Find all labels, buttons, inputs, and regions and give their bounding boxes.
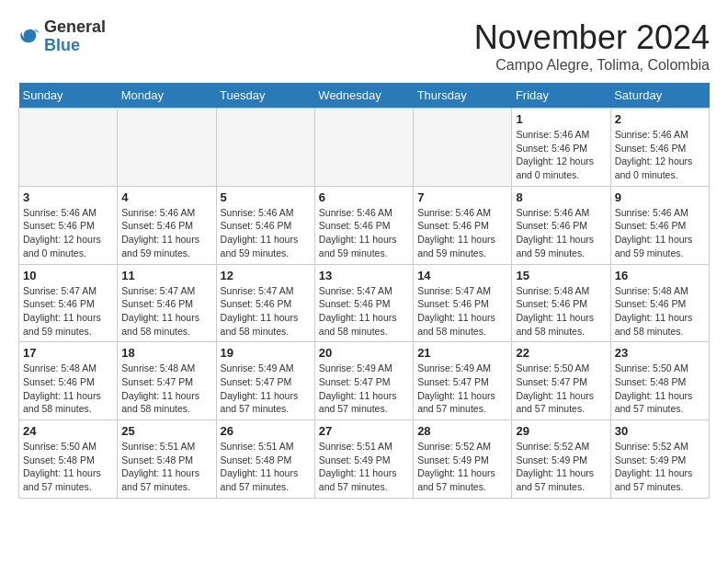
day-number: 14 xyxy=(417,269,507,282)
day-number: 13 xyxy=(319,269,409,282)
weekday-header-friday: Friday xyxy=(512,83,610,109)
day-number: 1 xyxy=(516,112,606,126)
day-info: Sunrise: 5:48 AM Sunset: 5:46 PM Dayligh… xyxy=(615,284,705,339)
day-info: Sunrise: 5:47 AM Sunset: 5:46 PM Dayligh… xyxy=(319,284,409,339)
logo: General Blue xyxy=(18,18,106,55)
day-info: Sunrise: 5:46 AM Sunset: 5:46 PM Dayligh… xyxy=(23,206,113,260)
day-info: Sunrise: 5:52 AM Sunset: 5:49 PM Dayligh… xyxy=(516,440,606,494)
day-number: 27 xyxy=(319,424,409,438)
day-info: Sunrise: 5:52 AM Sunset: 5:49 PM Dayligh… xyxy=(615,440,705,494)
day-number: 24 xyxy=(23,424,113,438)
weekday-header-row: SundayMondayTuesdayWednesdayThursdayFrid… xyxy=(19,83,710,109)
calendar-cell xyxy=(19,109,118,187)
logo-icon xyxy=(18,26,40,48)
day-info: Sunrise: 5:48 AM Sunset: 5:46 PM Dayligh… xyxy=(23,362,113,416)
header: General Blue November 2024 Campo Alegre,… xyxy=(18,18,710,74)
week-row-5: 24Sunrise: 5:50 AM Sunset: 5:48 PM Dayli… xyxy=(19,420,710,499)
day-info: Sunrise: 5:46 AM Sunset: 5:46 PM Dayligh… xyxy=(516,128,606,182)
day-number: 7 xyxy=(417,190,507,204)
day-number: 3 xyxy=(23,190,113,204)
calendar-cell xyxy=(216,109,314,187)
calendar-cell: 2Sunrise: 5:46 AM Sunset: 5:46 PM Daylig… xyxy=(610,109,709,187)
weekday-header-sunday: Sunday xyxy=(19,83,118,109)
calendar-cell xyxy=(314,109,413,187)
calendar-cell: 27Sunrise: 5:51 AM Sunset: 5:49 PM Dayli… xyxy=(314,420,413,499)
calendar-cell: 19Sunrise: 5:49 AM Sunset: 5:47 PM Dayli… xyxy=(216,342,314,420)
week-row-3: 10Sunrise: 5:47 AM Sunset: 5:46 PM Dayli… xyxy=(19,264,710,342)
calendar-cell: 29Sunrise: 5:52 AM Sunset: 5:49 PM Dayli… xyxy=(512,420,610,499)
day-info: Sunrise: 5:46 AM Sunset: 5:46 PM Dayligh… xyxy=(516,206,606,260)
calendar-cell: 11Sunrise: 5:47 AM Sunset: 5:46 PM Dayli… xyxy=(118,264,216,342)
day-info: Sunrise: 5:46 AM Sunset: 5:46 PM Dayligh… xyxy=(417,206,507,260)
calendar-table: SundayMondayTuesdayWednesdayThursdayFrid… xyxy=(18,83,710,499)
day-info: Sunrise: 5:46 AM Sunset: 5:46 PM Dayligh… xyxy=(615,206,705,260)
calendar-cell: 14Sunrise: 5:47 AM Sunset: 5:46 PM Dayli… xyxy=(414,264,512,342)
calendar-cell: 6Sunrise: 5:46 AM Sunset: 5:46 PM Daylig… xyxy=(314,186,413,264)
weekday-header-tuesday: Tuesday xyxy=(216,83,314,109)
week-row-2: 3Sunrise: 5:46 AM Sunset: 5:46 PM Daylig… xyxy=(19,186,710,264)
day-info: Sunrise: 5:48 AM Sunset: 5:46 PM Dayligh… xyxy=(516,284,606,339)
day-number: 6 xyxy=(319,190,409,204)
calendar-cell: 10Sunrise: 5:47 AM Sunset: 5:46 PM Dayli… xyxy=(19,264,118,342)
day-info: Sunrise: 5:46 AM Sunset: 5:46 PM Dayligh… xyxy=(221,206,311,260)
day-number: 15 xyxy=(516,269,606,282)
calendar-cell: 30Sunrise: 5:52 AM Sunset: 5:49 PM Dayli… xyxy=(610,420,709,499)
day-info: Sunrise: 5:51 AM Sunset: 5:48 PM Dayligh… xyxy=(221,440,311,494)
day-number: 8 xyxy=(516,190,606,204)
title-section: November 2024 Campo Alegre, Tolima, Colo… xyxy=(474,18,710,74)
weekday-header-saturday: Saturday xyxy=(610,83,709,109)
day-number: 11 xyxy=(121,269,211,282)
weekday-header-monday: Monday xyxy=(118,83,216,109)
calendar-cell: 28Sunrise: 5:52 AM Sunset: 5:49 PM Dayli… xyxy=(414,420,512,499)
calendar-cell: 24Sunrise: 5:50 AM Sunset: 5:48 PM Dayli… xyxy=(19,420,118,499)
logo-blue: Blue xyxy=(44,37,106,55)
day-number: 22 xyxy=(516,346,606,360)
calendar-cell: 5Sunrise: 5:46 AM Sunset: 5:46 PM Daylig… xyxy=(216,186,314,264)
calendar-cell: 21Sunrise: 5:49 AM Sunset: 5:47 PM Dayli… xyxy=(414,342,512,420)
day-number: 23 xyxy=(615,346,705,360)
day-number: 26 xyxy=(221,424,311,438)
calendar-cell: 8Sunrise: 5:46 AM Sunset: 5:46 PM Daylig… xyxy=(512,186,610,264)
calendar-cell: 25Sunrise: 5:51 AM Sunset: 5:48 PM Dayli… xyxy=(118,420,216,499)
calendar-cell: 9Sunrise: 5:46 AM Sunset: 5:46 PM Daylig… xyxy=(610,186,709,264)
day-number: 5 xyxy=(221,190,311,204)
day-info: Sunrise: 5:46 AM Sunset: 5:46 PM Dayligh… xyxy=(319,206,409,260)
location-subtitle: Campo Alegre, Tolima, Colombia xyxy=(474,57,710,74)
day-number: 17 xyxy=(23,346,113,360)
day-number: 20 xyxy=(319,346,409,360)
calendar-cell: 15Sunrise: 5:48 AM Sunset: 5:46 PM Dayli… xyxy=(512,264,610,342)
day-info: Sunrise: 5:52 AM Sunset: 5:49 PM Dayligh… xyxy=(417,440,507,494)
day-number: 21 xyxy=(417,346,507,360)
day-number: 4 xyxy=(121,190,211,204)
calendar-cell: 23Sunrise: 5:50 AM Sunset: 5:48 PM Dayli… xyxy=(610,342,709,420)
calendar-cell: 7Sunrise: 5:46 AM Sunset: 5:46 PM Daylig… xyxy=(414,186,512,264)
day-number: 12 xyxy=(221,269,311,282)
calendar-cell: 3Sunrise: 5:46 AM Sunset: 5:46 PM Daylig… xyxy=(19,186,118,264)
day-info: Sunrise: 5:50 AM Sunset: 5:47 PM Dayligh… xyxy=(516,362,606,416)
day-info: Sunrise: 5:49 AM Sunset: 5:47 PM Dayligh… xyxy=(417,362,507,416)
day-info: Sunrise: 5:51 AM Sunset: 5:48 PM Dayligh… xyxy=(121,440,211,494)
logo-text: General Blue xyxy=(44,18,106,55)
week-row-1: 1Sunrise: 5:46 AM Sunset: 5:46 PM Daylig… xyxy=(19,109,710,187)
calendar-cell: 1Sunrise: 5:46 AM Sunset: 5:46 PM Daylig… xyxy=(512,109,610,187)
week-row-4: 17Sunrise: 5:48 AM Sunset: 5:46 PM Dayli… xyxy=(19,342,710,420)
day-info: Sunrise: 5:47 AM Sunset: 5:46 PM Dayligh… xyxy=(23,284,113,339)
weekday-header-thursday: Thursday xyxy=(414,83,512,109)
day-number: 16 xyxy=(615,269,705,282)
calendar-cell: 13Sunrise: 5:47 AM Sunset: 5:46 PM Dayli… xyxy=(314,264,413,342)
calendar-cell: 22Sunrise: 5:50 AM Sunset: 5:47 PM Dayli… xyxy=(512,342,610,420)
calendar-cell: 20Sunrise: 5:49 AM Sunset: 5:47 PM Dayli… xyxy=(314,342,413,420)
day-info: Sunrise: 5:51 AM Sunset: 5:49 PM Dayligh… xyxy=(319,440,409,494)
day-info: Sunrise: 5:50 AM Sunset: 5:48 PM Dayligh… xyxy=(615,362,705,416)
day-info: Sunrise: 5:46 AM Sunset: 5:46 PM Dayligh… xyxy=(615,128,705,182)
day-info: Sunrise: 5:46 AM Sunset: 5:46 PM Dayligh… xyxy=(121,206,211,260)
calendar-cell: 12Sunrise: 5:47 AM Sunset: 5:46 PM Dayli… xyxy=(216,264,314,342)
calendar-cell: 17Sunrise: 5:48 AM Sunset: 5:46 PM Dayli… xyxy=(19,342,118,420)
day-number: 19 xyxy=(221,346,311,360)
day-number: 29 xyxy=(516,424,606,438)
weekday-header-wednesday: Wednesday xyxy=(314,83,413,109)
calendar-cell: 18Sunrise: 5:48 AM Sunset: 5:47 PM Dayli… xyxy=(118,342,216,420)
day-number: 30 xyxy=(615,424,705,438)
day-info: Sunrise: 5:49 AM Sunset: 5:47 PM Dayligh… xyxy=(221,362,311,416)
month-title: November 2024 xyxy=(474,18,710,57)
